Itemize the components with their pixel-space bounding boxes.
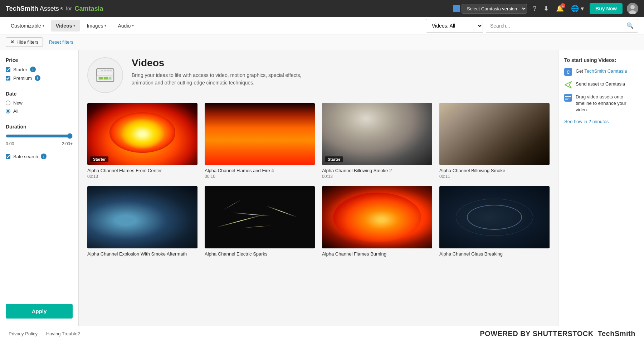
video-duration: 00:11 (439, 174, 550, 179)
brand-for: for (66, 6, 72, 11)
globe-button[interactable]: 🌐 ▾ (570, 3, 585, 14)
video-card[interactable]: Alpha Channel Explosion With Smoke After… (87, 186, 197, 257)
duration-range-input[interactable] (6, 133, 73, 139)
filter-bar: ✕ Hide filters Reset filters (0, 34, 644, 50)
download-button[interactable]: ⬇ (542, 3, 550, 14)
top-navigation: TechSmith Assets ® for Camtasia Select C… (0, 0, 644, 17)
search-button[interactable]: 🔍 (622, 19, 638, 32)
privacy-policy-link[interactable]: Privacy Policy (9, 331, 38, 336)
help-button[interactable]: ? (531, 4, 538, 14)
chevron-down-icon: ▾ (104, 24, 106, 28)
premium-info-icon[interactable]: i (35, 75, 40, 81)
search-area: Videos: All 🔍 (426, 19, 638, 33)
video-thumbnail: Starter (87, 103, 197, 165)
camtasia-app-icon (453, 5, 460, 12)
video-duration: 00:13 (322, 174, 432, 179)
video-title: Alpha Channel Electric Sparks (205, 251, 315, 257)
svg-rect-11 (107, 70, 109, 71)
all-option[interactable]: All (6, 108, 73, 114)
video-thumbnail (439, 186, 550, 248)
buy-now-button[interactable]: Buy Now (590, 3, 623, 14)
video-icon (95, 65, 115, 85)
chevron-down-icon: ▾ (73, 24, 75, 28)
safe-search-option[interactable]: Safe search i (6, 154, 73, 159)
video-card[interactable]: Starter Alpha Channel Billowing Smoke 2 … (322, 103, 432, 179)
duration-labels: 0:00 2:00+ (6, 141, 73, 146)
duration-filter-title: Duration (6, 124, 73, 130)
brand-assets: Assets (40, 5, 59, 13)
nav-videos[interactable]: Videos ▾ (51, 20, 80, 31)
video-card[interactable]: Alpha Channel Billowing Smoke 00:11 (439, 103, 550, 179)
nav-menu: Customizable ▾ Videos ▾ Images ▾ Audio ▾ (6, 20, 139, 31)
content-area: Videos Bring your ideas to life with acc… (79, 50, 558, 326)
video-title: Alpha Channel Flames and Fire 4 (205, 168, 315, 173)
video-title: Alpha Channel Explosion With Smoke After… (87, 251, 197, 257)
video-card[interactable]: Alpha Channel Flames Burning (322, 186, 432, 257)
main-layout: Price Starter i Premium i Date New All (0, 50, 644, 326)
nav-audio[interactable]: Audio ▾ (113, 20, 139, 31)
right-sidebar-title: To start using Videos: (564, 57, 638, 63)
safe-search-info-icon[interactable]: i (41, 154, 47, 159)
hero-section: Videos Bring your ideas to life with acc… (87, 57, 550, 93)
right-sidebar-drag-timeline: Drag video assets onto timeline to enhan… (564, 94, 638, 113)
right-sidebar: To start using Videos: C Get TechSmith C… (558, 50, 644, 326)
right-sidebar-get-camtasia: C Get TechSmith Camtasia (564, 68, 638, 76)
powered-by-text: POWERED BY SHUTTERSTOCK (480, 330, 593, 338)
chevron-down-icon: ▾ (43, 24, 44, 28)
video-card[interactable]: Alpha Channel Glass Breaking (439, 186, 550, 257)
new-radio[interactable] (6, 101, 10, 105)
techsmith-footer-logo: TechSmith (598, 330, 635, 338)
left-sidebar: Price Starter i Premium i Date New All (0, 50, 79, 326)
video-card[interactable]: Alpha Channel Flames and Fire 4 00:10 (205, 103, 315, 179)
page-title: Videos (132, 57, 303, 69)
version-select[interactable]: Select Camtasia version (462, 4, 527, 14)
video-duration: 00:10 (205, 174, 315, 179)
duration-max-label: 2:00+ (62, 141, 73, 146)
brand-camtasia: Camtasia (74, 5, 103, 13)
video-thumbnail (322, 186, 432, 248)
x-icon: ✕ (10, 39, 14, 45)
video-badge: Starter (325, 156, 343, 162)
reset-filters-button[interactable]: Reset filters (49, 39, 73, 45)
video-thumbnail: Starter (322, 103, 432, 165)
notification-button[interactable]: 🔔 1 (555, 3, 565, 14)
hero-text: Videos Bring your ideas to life with acc… (132, 57, 303, 87)
all-radio[interactable] (6, 109, 10, 113)
nav-images[interactable]: Images ▾ (82, 20, 111, 31)
premium-checkbox[interactable] (6, 76, 10, 81)
nav-customizable[interactable]: Customizable ▾ (6, 20, 49, 31)
apply-button[interactable]: Apply (6, 304, 73, 319)
svg-rect-9 (101, 70, 103, 71)
starter-checkbox[interactable] (6, 67, 10, 72)
duration-filter-section: Duration 0:00 2:00+ (6, 124, 73, 146)
video-title: Alpha Channel Flames From Center (87, 168, 197, 173)
starter-info-icon[interactable]: i (30, 67, 36, 72)
right-sidebar-send-asset: Send asset to Camtasia (564, 81, 638, 89)
new-option[interactable]: New (6, 100, 73, 106)
notification-badge: 1 (560, 3, 565, 8)
search-input[interactable] (486, 19, 622, 32)
having-trouble-link[interactable]: Having Trouble? (46, 331, 80, 336)
timeline-icon (564, 94, 572, 102)
video-thumbnail (205, 103, 315, 165)
date-filter-section: Date New All (6, 91, 73, 117)
hero-icon-circle (87, 57, 123, 93)
svg-point-1 (630, 5, 635, 9)
video-card[interactable]: Alpha Channel Electric Sparks (205, 186, 315, 257)
svg-rect-12 (109, 70, 112, 71)
category-select[interactable]: Videos: All (426, 19, 483, 33)
starter-option[interactable]: Starter i (6, 67, 73, 72)
video-title: Alpha Channel Billowing Smoke (439, 168, 550, 173)
duration-min-label: 0:00 (6, 141, 14, 146)
see-how-link[interactable]: See how in 2 minutes (564, 119, 609, 124)
video-card[interactable]: Starter Alpha Channel Flames From Center… (87, 103, 197, 179)
premium-option[interactable]: Premium i (6, 75, 73, 81)
secondary-navigation: Customizable ▾ Videos ▾ Images ▾ Audio ▾… (0, 17, 644, 34)
hide-filters-button[interactable]: ✕ Hide filters (6, 37, 43, 47)
avatar[interactable] (627, 3, 638, 14)
hero-description: Bring your ideas to life with access to … (132, 72, 303, 87)
svg-rect-5 (99, 77, 103, 79)
safe-search-checkbox[interactable] (6, 154, 10, 159)
video-title: Alpha Channel Billowing Smoke 2 (322, 168, 432, 173)
techsmith-camtasia-link[interactable]: TechSmith Camtasia (584, 68, 627, 74)
